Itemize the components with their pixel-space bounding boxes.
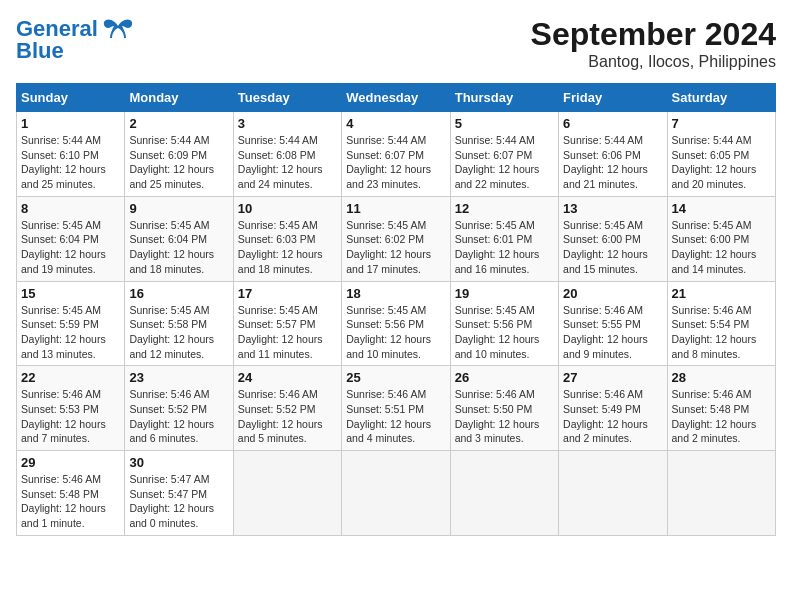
day-info: Sunrise: 5:46 AM Sunset: 5:49 PM Dayligh… xyxy=(563,387,662,446)
day-info: Sunrise: 5:46 AM Sunset: 5:55 PM Dayligh… xyxy=(563,303,662,362)
day-info: Sunrise: 5:45 AM Sunset: 6:00 PM Dayligh… xyxy=(563,218,662,277)
bird-icon xyxy=(102,18,134,40)
day-number: 27 xyxy=(563,370,662,385)
table-row: 4 Sunrise: 5:44 AM Sunset: 6:07 PM Dayli… xyxy=(342,112,450,197)
sunset-text: Sunset: 6:00 PM xyxy=(563,233,641,245)
daylight-text: Daylight: 12 hours and 18 minutes. xyxy=(238,248,323,275)
day-info: Sunrise: 5:46 AM Sunset: 5:51 PM Dayligh… xyxy=(346,387,445,446)
col-sunday: Sunday xyxy=(17,84,125,112)
sunrise-text: Sunrise: 5:45 AM xyxy=(346,304,426,316)
sunrise-text: Sunrise: 5:46 AM xyxy=(672,304,752,316)
day-info: Sunrise: 5:45 AM Sunset: 6:03 PM Dayligh… xyxy=(238,218,337,277)
sunset-text: Sunset: 5:51 PM xyxy=(346,403,424,415)
daylight-text: Daylight: 12 hours and 9 minutes. xyxy=(563,333,648,360)
daylight-text: Daylight: 12 hours and 12 minutes. xyxy=(129,333,214,360)
day-info: Sunrise: 5:44 AM Sunset: 6:07 PM Dayligh… xyxy=(455,133,554,192)
sunrise-text: Sunrise: 5:44 AM xyxy=(563,134,643,146)
sunrise-text: Sunrise: 5:44 AM xyxy=(346,134,426,146)
sunset-text: Sunset: 5:56 PM xyxy=(346,318,424,330)
col-thursday: Thursday xyxy=(450,84,558,112)
day-number: 8 xyxy=(21,201,120,216)
page-title: September 2024 xyxy=(531,16,776,53)
day-info: Sunrise: 5:45 AM Sunset: 6:01 PM Dayligh… xyxy=(455,218,554,277)
daylight-text: Daylight: 12 hours and 2 minutes. xyxy=(672,418,757,445)
day-number: 24 xyxy=(238,370,337,385)
sunrise-text: Sunrise: 5:44 AM xyxy=(455,134,535,146)
day-number: 3 xyxy=(238,116,337,131)
sunrise-text: Sunrise: 5:45 AM xyxy=(238,219,318,231)
table-row: 6 Sunrise: 5:44 AM Sunset: 6:06 PM Dayli… xyxy=(559,112,667,197)
sunrise-text: Sunrise: 5:46 AM xyxy=(455,388,535,400)
table-row xyxy=(233,451,341,536)
sunrise-text: Sunrise: 5:45 AM xyxy=(129,304,209,316)
daylight-text: Daylight: 12 hours and 10 minutes. xyxy=(346,333,431,360)
day-number: 23 xyxy=(129,370,228,385)
day-info: Sunrise: 5:44 AM Sunset: 6:09 PM Dayligh… xyxy=(129,133,228,192)
col-saturday: Saturday xyxy=(667,84,775,112)
table-row: 23 Sunrise: 5:46 AM Sunset: 5:52 PM Dayl… xyxy=(125,366,233,451)
sunrise-text: Sunrise: 5:45 AM xyxy=(563,219,643,231)
col-friday: Friday xyxy=(559,84,667,112)
sunset-text: Sunset: 5:59 PM xyxy=(21,318,99,330)
daylight-text: Daylight: 12 hours and 25 minutes. xyxy=(129,163,214,190)
daylight-text: Daylight: 12 hours and 19 minutes. xyxy=(21,248,106,275)
table-row: 13 Sunrise: 5:45 AM Sunset: 6:00 PM Dayl… xyxy=(559,196,667,281)
sunset-text: Sunset: 6:05 PM xyxy=(672,149,750,161)
day-number: 9 xyxy=(129,201,228,216)
daylight-text: Daylight: 12 hours and 2 minutes. xyxy=(563,418,648,445)
sunrise-text: Sunrise: 5:45 AM xyxy=(129,219,209,231)
daylight-text: Daylight: 12 hours and 11 minutes. xyxy=(238,333,323,360)
sunset-text: Sunset: 5:48 PM xyxy=(672,403,750,415)
table-row: 15 Sunrise: 5:45 AM Sunset: 5:59 PM Dayl… xyxy=(17,281,125,366)
sunset-text: Sunset: 5:52 PM xyxy=(238,403,316,415)
table-row: 22 Sunrise: 5:46 AM Sunset: 5:53 PM Dayl… xyxy=(17,366,125,451)
table-row xyxy=(667,451,775,536)
table-row: 21 Sunrise: 5:46 AM Sunset: 5:54 PM Dayl… xyxy=(667,281,775,366)
day-info: Sunrise: 5:47 AM Sunset: 5:47 PM Dayligh… xyxy=(129,472,228,531)
day-number: 25 xyxy=(346,370,445,385)
col-monday: Monday xyxy=(125,84,233,112)
sunset-text: Sunset: 6:00 PM xyxy=(672,233,750,245)
sunrise-text: Sunrise: 5:46 AM xyxy=(672,388,752,400)
day-info: Sunrise: 5:45 AM Sunset: 5:56 PM Dayligh… xyxy=(455,303,554,362)
sunrise-text: Sunrise: 5:44 AM xyxy=(238,134,318,146)
day-info: Sunrise: 5:45 AM Sunset: 6:00 PM Dayligh… xyxy=(672,218,771,277)
table-row: 16 Sunrise: 5:45 AM Sunset: 5:58 PM Dayl… xyxy=(125,281,233,366)
day-info: Sunrise: 5:46 AM Sunset: 5:53 PM Dayligh… xyxy=(21,387,120,446)
daylight-text: Daylight: 12 hours and 22 minutes. xyxy=(455,163,540,190)
sunset-text: Sunset: 6:08 PM xyxy=(238,149,316,161)
sunrise-text: Sunrise: 5:46 AM xyxy=(129,388,209,400)
day-number: 10 xyxy=(238,201,337,216)
page-subtitle: Bantog, Ilocos, Philippines xyxy=(531,53,776,71)
daylight-text: Daylight: 12 hours and 23 minutes. xyxy=(346,163,431,190)
title-block: September 2024 Bantog, Ilocos, Philippin… xyxy=(531,16,776,71)
day-number: 15 xyxy=(21,286,120,301)
calendar-week-1: 1 Sunrise: 5:44 AM Sunset: 6:10 PM Dayli… xyxy=(17,112,776,197)
table-row: 10 Sunrise: 5:45 AM Sunset: 6:03 PM Dayl… xyxy=(233,196,341,281)
daylight-text: Daylight: 12 hours and 4 minutes. xyxy=(346,418,431,445)
day-number: 2 xyxy=(129,116,228,131)
day-info: Sunrise: 5:45 AM Sunset: 5:57 PM Dayligh… xyxy=(238,303,337,362)
table-row: 1 Sunrise: 5:44 AM Sunset: 6:10 PM Dayli… xyxy=(17,112,125,197)
daylight-text: Daylight: 12 hours and 16 minutes. xyxy=(455,248,540,275)
sunset-text: Sunset: 5:48 PM xyxy=(21,488,99,500)
col-tuesday: Tuesday xyxy=(233,84,341,112)
daylight-text: Daylight: 12 hours and 24 minutes. xyxy=(238,163,323,190)
table-row: 30 Sunrise: 5:47 AM Sunset: 5:47 PM Dayl… xyxy=(125,451,233,536)
sunrise-text: Sunrise: 5:45 AM xyxy=(21,219,101,231)
table-row: 3 Sunrise: 5:44 AM Sunset: 6:08 PM Dayli… xyxy=(233,112,341,197)
logo: General Blue xyxy=(16,16,134,64)
table-row: 8 Sunrise: 5:45 AM Sunset: 6:04 PM Dayli… xyxy=(17,196,125,281)
sunset-text: Sunset: 6:10 PM xyxy=(21,149,99,161)
day-number: 14 xyxy=(672,201,771,216)
day-info: Sunrise: 5:46 AM Sunset: 5:48 PM Dayligh… xyxy=(21,472,120,531)
calendar-week-5: 29 Sunrise: 5:46 AM Sunset: 5:48 PM Dayl… xyxy=(17,451,776,536)
sunrise-text: Sunrise: 5:46 AM xyxy=(346,388,426,400)
daylight-text: Daylight: 12 hours and 17 minutes. xyxy=(346,248,431,275)
sunset-text: Sunset: 5:54 PM xyxy=(672,318,750,330)
day-number: 22 xyxy=(21,370,120,385)
sunrise-text: Sunrise: 5:46 AM xyxy=(21,388,101,400)
day-info: Sunrise: 5:44 AM Sunset: 6:05 PM Dayligh… xyxy=(672,133,771,192)
day-number: 11 xyxy=(346,201,445,216)
sunset-text: Sunset: 6:01 PM xyxy=(455,233,533,245)
